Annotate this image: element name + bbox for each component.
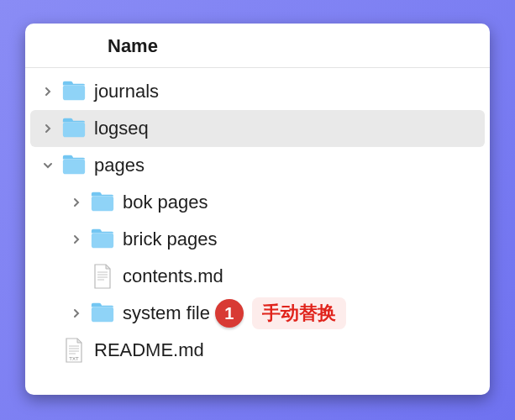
folder-icon (59, 79, 89, 104)
file-icon: TXT (59, 338, 89, 363)
svg-rect-3 (92, 197, 113, 212)
tree-item-label: contents.md (118, 265, 223, 287)
folder-icon (87, 190, 118, 215)
folder-icon (87, 301, 118, 326)
tree-row[interactable]: journals (25, 73, 490, 110)
chevron-right-icon[interactable] (66, 234, 87, 244)
chevron-right-icon[interactable] (66, 308, 87, 318)
folder-icon (59, 116, 89, 141)
tree-item-label: bok pages (118, 192, 208, 213)
tree-item-label: system file (118, 302, 210, 324)
chevron-down-icon[interactable] (37, 160, 59, 171)
chevron-right-icon[interactable] (37, 123, 59, 134)
tree-row[interactable]: bok pages (25, 184, 490, 221)
tree-item-label: pages (89, 155, 145, 176)
file-icon (87, 264, 118, 289)
svg-rect-0 (63, 86, 85, 101)
annotation-number-badge: 1 (215, 299, 244, 328)
column-header-row: Name (25, 24, 490, 68)
svg-rect-1 (63, 123, 85, 138)
svg-rect-9 (92, 307, 113, 323)
tree-item-label: brick pages (118, 228, 218, 250)
tree-item-label: journals (89, 81, 159, 102)
folder-icon (87, 227, 118, 252)
tree-row[interactable]: TXT README.md (25, 332, 490, 369)
svg-text:TXT: TXT (69, 356, 79, 361)
tree-row[interactable]: system file1手动替换 (25, 295, 490, 332)
tree-row[interactable]: brick pages (25, 221, 490, 258)
tree-row[interactable]: contents.md (25, 258, 490, 295)
chevron-right-icon[interactable] (37, 87, 59, 97)
svg-rect-2 (63, 160, 85, 175)
file-tree: journals logseq pages bok pages brick pa… (25, 68, 490, 377)
file-browser-panel: Name journals logseq pages bok pages bri… (25, 24, 490, 395)
chevron-right-icon[interactable] (66, 197, 87, 207)
tree-item-label: README.md (89, 339, 204, 361)
annotation-text-badge: 手动替换 (252, 297, 346, 329)
svg-rect-4 (92, 234, 113, 249)
tree-item-label: logseq (89, 118, 149, 139)
tree-row[interactable]: pages (25, 147, 490, 184)
column-header-name[interactable]: Name (25, 35, 490, 57)
folder-icon (59, 153, 89, 178)
tree-row[interactable]: logseq (30, 110, 485, 147)
